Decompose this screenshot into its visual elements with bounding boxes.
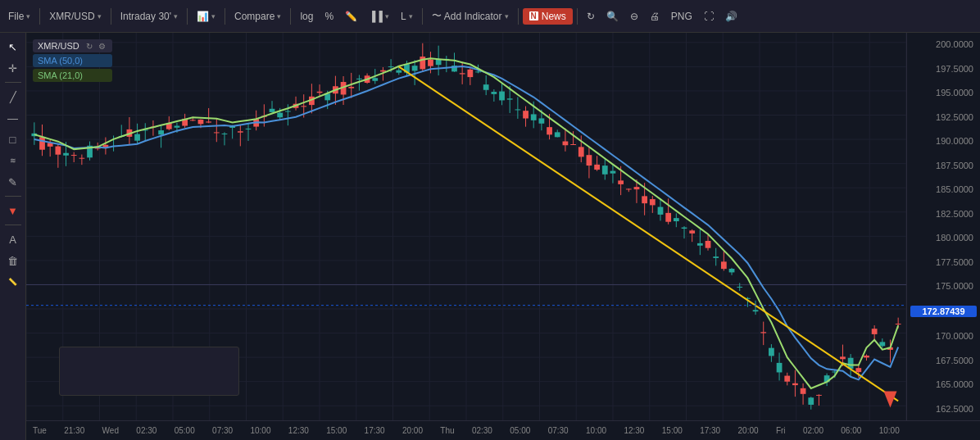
time-axis-container: Tue 21:30 Wed 02:30 05:00 07:30 10:00 12…: [26, 420, 980, 440]
time-0500: 05:00: [175, 426, 195, 435]
crosshair-tool[interactable]: ✛: [2, 59, 25, 77]
time-1500: 15:00: [326, 426, 347, 435]
file-label: File: [8, 11, 24, 22]
news-icon: N: [529, 11, 538, 20]
draw-button[interactable]: ✏️: [340, 8, 362, 25]
separator-4: [225, 8, 225, 25]
bar-type-chevron: ▾: [385, 12, 389, 20]
interval-button[interactable]: Intraday 30' ▾: [116, 8, 183, 25]
time-thu-0230: 02:30: [472, 426, 492, 435]
chart-info-box: [59, 347, 239, 396]
fib-tool[interactable]: ≋: [2, 152, 25, 170]
indicator-chevron: ▾: [505, 12, 509, 20]
search-button[interactable]: 🔍: [601, 8, 624, 25]
add-indicator-label: Add Indicator: [444, 11, 502, 22]
refresh-button[interactable]: ↻: [582, 8, 600, 25]
fullscreen-icon: ⛶: [704, 11, 714, 22]
time-fri-1000: 10:00: [879, 426, 900, 435]
cursor-tool[interactable]: ↖: [2, 38, 25, 56]
time-fri: Fri: [776, 426, 786, 435]
time-fri-0200: 02:00: [803, 426, 823, 435]
search2-button[interactable]: ⊖: [625, 8, 643, 25]
draw-icon: ✏️: [345, 11, 357, 22]
bar-type-icon: ▐▐: [369, 11, 383, 22]
chart-type-button[interactable]: 📊 ▾: [192, 8, 220, 25]
log-label: log: [300, 11, 313, 22]
time-thu: Thu: [440, 426, 454, 435]
interval-chevron: ▾: [174, 12, 178, 20]
separator-2: [111, 8, 111, 25]
horizontal-tool[interactable]: —: [2, 109, 25, 127]
volume-button[interactable]: 🔊: [720, 8, 742, 25]
price-187: 187.5000: [910, 161, 977, 170]
log-button[interactable]: log: [295, 8, 318, 25]
file-button[interactable]: File ▾: [3, 8, 35, 25]
price-167: 167.5000: [910, 356, 977, 365]
price-170: 170.0000: [910, 331, 977, 341]
time-thu-0730: 07:30: [548, 426, 569, 435]
lt-sep-3: [5, 225, 21, 225]
separator-1: [39, 8, 40, 25]
compare-chevron: ▾: [277, 12, 281, 20]
chart-legend: XMR/USD ↻ ⚙ SMA (50,0) SMA (21,0): [33, 39, 112, 82]
line-type-chevron: ▾: [409, 12, 413, 20]
price-185: 185.0000: [910, 184, 977, 194]
legend-refresh-btn[interactable]: ↻: [84, 42, 94, 51]
separator-3: [187, 8, 188, 25]
price-162: 162.5000: [910, 404, 977, 414]
time-1730: 17:30: [365, 426, 385, 435]
legend-sma50-label: SMA (50,0): [38, 56, 83, 66]
price-axis: 200.0000 197.5000 195.0000 192.5000 190.…: [906, 33, 980, 420]
legend-settings-btn[interactable]: ⚙: [97, 42, 107, 51]
price-165: 165.0000: [910, 379, 977, 389]
time-0230: 02:30: [136, 426, 157, 435]
lt-sep-1: [5, 82, 21, 83]
percent-button[interactable]: %: [320, 8, 338, 25]
separator-8: [577, 8, 578, 25]
text-tool[interactable]: A: [2, 230, 25, 248]
line-tool[interactable]: ╱: [2, 88, 25, 106]
chart-area[interactable]: XMR/USD ↻ ⚙ SMA (50,0) SMA (21,0): [26, 33, 906, 420]
time-thu-2000: 20:00: [738, 426, 759, 435]
compare-button[interactable]: Compare ▾: [229, 8, 286, 25]
time-thu-1230: 12:30: [624, 426, 644, 435]
separator-7: [518, 8, 519, 25]
time-1000: 10:00: [250, 426, 270, 435]
add-indicator-button[interactable]: 〜 Add Indicator ▾: [427, 7, 514, 25]
down-arrow-indicator: ▼: [2, 202, 25, 220]
fullscreen-button[interactable]: ⛶: [699, 8, 719, 25]
symbol-chevron: ▾: [98, 12, 102, 20]
rect-tool[interactable]: □: [2, 130, 25, 148]
main-layout: ↖ ✛ ╱ — □ ≋ ✎ ▼ A 🗑 📏 XMR/USD ↻: [0, 33, 980, 440]
file-chevron: ▾: [26, 12, 30, 20]
time-axis: Tue 21:30 Wed 02:30 05:00 07:30 10:00 12…: [26, 420, 906, 440]
price-182: 182.5000: [910, 209, 977, 219]
legend-sma21: SMA (21,0): [33, 69, 112, 82]
legend-symbol: XMR/USD ↻ ⚙: [33, 39, 112, 52]
time-1230: 12:30: [288, 426, 309, 435]
ruler-tool[interactable]: 📏: [2, 273, 25, 291]
price-195: 195.0000: [910, 88, 977, 98]
trash-tool[interactable]: 🗑: [2, 252, 25, 270]
symbol-button[interactable]: XMR/USD ▾: [44, 8, 106, 25]
chart-type-chevron: ▾: [211, 12, 216, 20]
bar-type-button[interactable]: ▐▐ ▾: [364, 8, 394, 25]
screenshot-icon: PNG: [671, 11, 692, 22]
price-175: 175.0000: [910, 281, 977, 291]
screenshot-button[interactable]: PNG: [666, 8, 697, 25]
time-thu-1730: 17:30: [700, 426, 720, 435]
news-label: News: [542, 11, 566, 22]
refresh-icon: ↻: [587, 11, 595, 22]
legend-sma21-label: SMA (21,0): [38, 70, 83, 80]
print-button[interactable]: 🖨: [645, 8, 665, 25]
chart-type-icon: 📊: [197, 11, 209, 22]
symbol-label: XMR/USD: [49, 11, 94, 22]
print-icon: 🖨: [650, 11, 660, 22]
time-fri-0600: 06:00: [841, 426, 861, 435]
price-200: 200.0000: [910, 39, 977, 49]
news-button[interactable]: N News: [523, 8, 573, 25]
indicator-icon: 〜: [432, 9, 442, 23]
pencil-tool[interactable]: ✎: [2, 173, 25, 191]
line-type-button[interactable]: L ▾: [396, 8, 418, 25]
time-wed: Wed: [102, 426, 119, 435]
